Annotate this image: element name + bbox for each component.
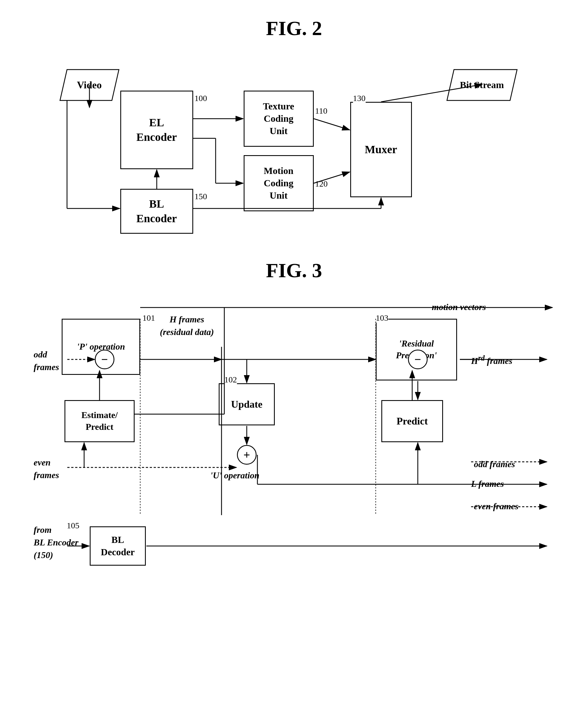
muxer-box: Muxer [350, 102, 412, 197]
h-rd-frames-label: Hrd frames [471, 354, 512, 366]
el-encoder-box: ELEncoder [120, 91, 193, 169]
u-plus-circle: + [237, 445, 257, 465]
bit-stream-label: Bit Stream [460, 80, 504, 90]
label-103: 103 [376, 313, 388, 323]
video-shape: Video [58, 68, 120, 102]
update-box: Update [219, 383, 275, 425]
bit-stream-shape: Bit Stream [446, 68, 519, 102]
fig3-diagram: 'P' operation − Estimate/Predict Update … [28, 296, 561, 571]
label-150: 150 [194, 192, 207, 201]
svg-line-8 [314, 119, 350, 130]
h-frames-label: H frames(residual data) [160, 313, 214, 338]
label-120: 120 [315, 179, 328, 189]
bl-encoder-box: BLEncoder [120, 189, 193, 234]
odd-frames-right-label: odd frames [474, 459, 515, 469]
even-frames-right-label: even frames [474, 501, 519, 511]
even-frames-label: evenframes [34, 456, 59, 481]
from-bl-label: fromBL Encoder(150) [34, 523, 79, 561]
label-110: 110 [315, 106, 327, 116]
page: FIG. 2 Video ELEncoder BLEncoder Texture… [0, 0, 588, 588]
estimate-predict-box: Estimate/Predict [64, 400, 135, 442]
label-100: 100 [194, 93, 207, 103]
predict-box: Predict [381, 400, 443, 442]
l-frames-label: L frames [471, 479, 504, 489]
fig2-diagram: Video ELEncoder BLEncoder TextureCodingU… [42, 51, 547, 242]
texture-coding-box: TextureCodingUnit [244, 91, 314, 147]
label-102: 102 [224, 375, 237, 384]
bl-decoder-box: BLDecoder [90, 526, 146, 566]
odd-frames-left-label: oddframes [34, 348, 59, 373]
motion-coding-box: MotionCodingUnit [244, 155, 314, 211]
p-minus-circle: − [95, 350, 114, 369]
fig3-title: FIG. 3 [28, 259, 560, 282]
label-130: 130 [353, 93, 365, 103]
motion-vectors-label: motion vectors [432, 302, 486, 312]
u-operation-label: 'U' operation [210, 470, 259, 481]
fig2-title: FIG. 2 [28, 17, 560, 40]
video-label: Video [77, 79, 102, 91]
rp-minus-circle: − [408, 350, 428, 369]
label-101: 101 [142, 313, 155, 323]
